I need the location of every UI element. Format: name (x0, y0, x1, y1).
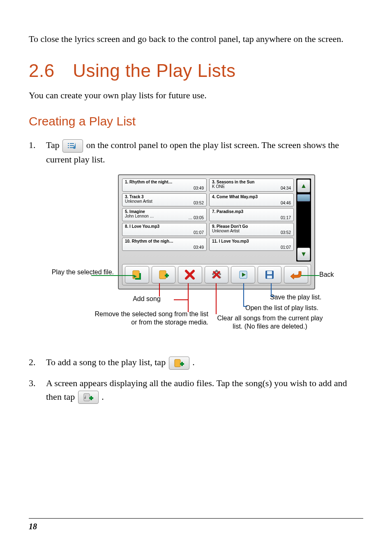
connector-line (271, 283, 272, 296)
toolbar (122, 264, 311, 285)
list-item[interactable]: 1. Rhythm of the night…03:49 (122, 178, 207, 192)
svg-rect-10 (166, 273, 168, 278)
scrollbar[interactable]: ▲ ▼ (296, 178, 311, 262)
connector-line (301, 275, 319, 276)
svg-rect-19 (84, 394, 90, 401)
svg-rect-14 (267, 271, 272, 274)
callout-open: Open the list of play lists. (245, 304, 360, 313)
paragraph-intro: To close the lyrics screen and go back t… (29, 33, 363, 46)
callout-back: Back (319, 271, 352, 279)
screenshot-figure: 1. Rhythm of the night…03:49 3. Track 3U… (48, 174, 344, 339)
add-song-icon (169, 357, 189, 370)
callout-add: Add song (114, 295, 180, 303)
add-song-button[interactable] (152, 266, 176, 283)
svg-rect-2 (68, 145, 69, 146)
step-2-text-a: To add a song to the play list, tap (46, 357, 168, 367)
svg-rect-3 (70, 145, 74, 146)
connector-line (243, 283, 244, 306)
svg-rect-21 (90, 396, 92, 400)
step-2-text-b: . (192, 357, 195, 367)
svg-rect-16 (175, 359, 180, 367)
list-item[interactable]: 10. Rhythm of the nigh…03:49 (122, 238, 207, 251)
open-playlists-button[interactable] (231, 266, 255, 283)
svg-rect-4 (68, 147, 69, 148)
svg-rect-18 (181, 362, 183, 366)
remove-song-button[interactable] (178, 266, 202, 283)
save-playlist-button[interactable] (258, 266, 282, 283)
list-item[interactable]: 5. ImagineJohn Lennon …… 03:05 (122, 208, 207, 221)
scroll-thumb[interactable] (297, 194, 310, 202)
list-item[interactable]: 4. Come What May.mp304:46 (209, 193, 294, 206)
scroll-down-icon[interactable]: ▼ (297, 248, 310, 261)
connector-line (91, 275, 134, 276)
connector-line (271, 296, 275, 297)
back-button[interactable] (284, 266, 308, 283)
connector-line (216, 283, 217, 314)
callout-remove: Remove the selected song from the list o… (93, 310, 208, 327)
play-button[interactable] (125, 266, 149, 283)
list-item[interactable]: 11. I Love You.mp301:07 (209, 238, 294, 251)
connector-line (188, 283, 189, 312)
heading-subsection: Creating a Play List (29, 114, 363, 128)
callout-save: Save the play list. (270, 293, 360, 302)
connector-line (174, 299, 188, 300)
svg-rect-0 (68, 143, 69, 144)
svg-rect-1 (70, 143, 74, 144)
scroll-up-icon[interactable]: ▲ (297, 179, 310, 192)
add-confirm-icon (78, 391, 99, 404)
callout-clear: Clear all songs from the current play li… (212, 314, 327, 331)
step-1: 1. Tap on the control panel to open the … (29, 138, 363, 166)
heading-section: 2.6 Using the Play Lists (29, 60, 363, 81)
paragraph-after-heading: You can create your own play lists for f… (29, 89, 363, 102)
step-3-number: 3. (29, 376, 46, 404)
step-1-text-a: Tap (46, 140, 62, 150)
device-screenshot: 1. Rhythm of the night…03:49 3. Track 3U… (118, 174, 315, 290)
step-1-text-b: on the control panel to open the play li… (46, 140, 339, 164)
svg-rect-15 (267, 276, 272, 278)
step-2-number: 2. (29, 355, 46, 370)
step-3: 3. A screen appears displaying all the a… (29, 376, 363, 404)
step-3-text-b: . (101, 392, 104, 402)
step-2: 2. To add a song to the play list, tap . (29, 355, 363, 370)
connector-line (159, 283, 160, 297)
connector-line (243, 306, 247, 307)
list-item[interactable]: 7. Paradise.mp301:17 (209, 208, 294, 221)
page-footer: 18 (29, 518, 363, 531)
page-number: 18 (29, 522, 37, 531)
list-item[interactable]: 3. Seasons in the SunK ONE04:34 (209, 178, 294, 192)
playlist-icon (62, 139, 83, 153)
step-1-number: 1. (29, 138, 46, 166)
list-item[interactable]: 3. Track 3Unknown Artist03:52 (122, 193, 207, 206)
list-item[interactable]: 8. I Love You.mp301:07 (122, 223, 207, 236)
list-item[interactable]: 9. Please Don't GoUnknown Artist03:52 (209, 223, 294, 236)
clear-list-button[interactable] (205, 266, 229, 283)
